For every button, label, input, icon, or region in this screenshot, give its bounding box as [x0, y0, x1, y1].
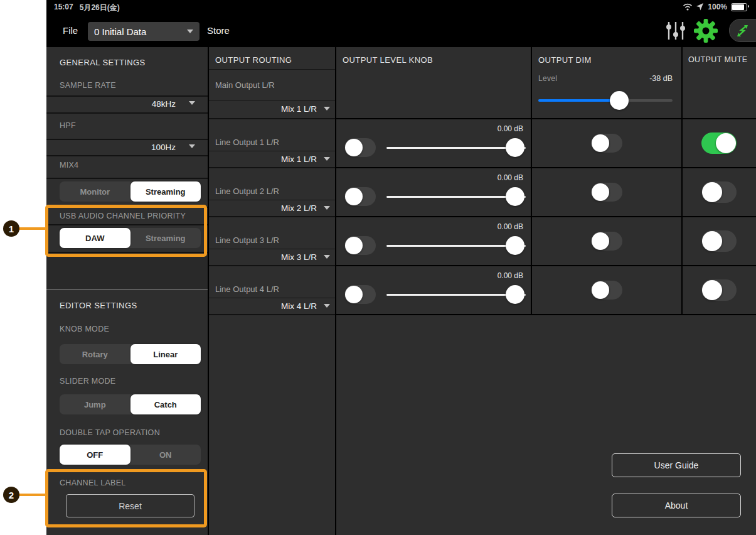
mute-toggle-4[interactable] [701, 279, 737, 301]
chevron-down-icon[interactable] [324, 206, 330, 210]
battery-percent: 100% [708, 3, 727, 11]
knob-mode-option-linear[interactable]: Linear [130, 344, 201, 364]
double-tap-option-on[interactable]: ON [130, 445, 201, 465]
route-dropdown-line2[interactable]: Mix 2 L/R [215, 203, 317, 213]
sample-rate-dropdown[interactable]: 48kHz [46, 99, 176, 109]
output-level-title: OUTPUT LEVEL KNOB [343, 55, 433, 65]
preset-dropdown[interactable]: 0 Initial Data [88, 22, 200, 41]
level-value-2: 0.00 dB [399, 173, 523, 182]
level-value-3: 0.00 dB [399, 222, 523, 231]
screenshot-root: 15:07 5月26日(金) 100% File 0 Initial Data … [0, 0, 756, 535]
slider-mode-option-jump[interactable]: Jump [60, 394, 130, 414]
annotation-line-1 [18, 227, 46, 230]
double-tap-option-off[interactable]: OFF [60, 445, 130, 465]
status-time: 15:07 [54, 3, 73, 13]
level-knob-toggle-1[interactable] [344, 138, 376, 157]
output-mute-title: OUTPUT MUTE [688, 55, 747, 64]
route-label-line2: Line Output 2 L/R [215, 186, 279, 196]
route-dropdown-line4[interactable]: Mix 4 L/R [215, 301, 317, 311]
wifi-icon [683, 3, 693, 11]
mute-toggle-3[interactable] [701, 230, 737, 252]
file-menu[interactable]: File [63, 14, 78, 47]
editor-settings-title: EDITOR SETTINGS [60, 301, 137, 310]
user-guide-button[interactable]: User Guide [612, 453, 741, 477]
level-slider-thumb-3[interactable] [506, 236, 524, 255]
level-knob-toggle-4[interactable] [344, 285, 376, 304]
connect-button[interactable] [729, 19, 756, 42]
mute-toggle-1[interactable] [701, 132, 737, 154]
annotation-box-usb-priority [45, 205, 207, 257]
route-label-line1: Line Output 1 L/R [215, 138, 279, 147]
chevron-down-icon[interactable] [189, 101, 195, 105]
route-dropdown-line1[interactable]: Mix 1 L/R [215, 154, 317, 164]
dim-level-slider-fill [538, 99, 619, 102]
general-settings-title: GENERAL SETTINGS [60, 58, 146, 67]
level-value-4: 0.00 dB [399, 271, 523, 280]
gear-icon[interactable] [694, 19, 718, 43]
status-bar: 15:07 5月26日(金) 100% [46, 0, 756, 14]
route-label-main: Main Output L/R [215, 80, 275, 90]
status-date: 5月26日(金) [80, 3, 120, 13]
mix4-label: MIX4 [60, 161, 78, 170]
toolbar: File 0 Initial Data Store [46, 14, 756, 47]
mute-toggle-2[interactable] [701, 181, 737, 203]
mix4-option-monitor[interactable]: Monitor [60, 181, 130, 202]
knob-mode-option-rotary[interactable]: Rotary [60, 344, 130, 364]
chevron-down-icon[interactable] [324, 107, 330, 111]
mix4-segmented: Monitor Streaming [60, 181, 201, 202]
store-button[interactable]: Store [207, 14, 230, 47]
dim-level-value: -38 dB [538, 74, 673, 83]
level-knob-toggle-2[interactable] [344, 187, 376, 206]
annotation-line-2 [18, 494, 46, 496]
level-slider-thumb-4[interactable] [506, 285, 524, 304]
dim-toggle-2[interactable] [591, 183, 622, 202]
knob-mode-segmented: Rotary Linear [60, 344, 201, 364]
slider-mode-segmented: Jump Catch [60, 394, 201, 414]
annotation-marker-1: 1 [3, 220, 19, 237]
annotation-marker-2: 2 [3, 487, 19, 503]
output-dim-title: OUTPUT DIM [538, 55, 592, 65]
chevron-down-icon [187, 30, 193, 33]
mix4-option-streaming[interactable]: Streaming [130, 181, 201, 202]
chevron-down-icon[interactable] [189, 144, 195, 148]
double-tap-label: DOUBLE TAP OPERATION [60, 428, 160, 437]
section-divider [46, 289, 208, 290]
slider-mode-label: SLIDER MODE [60, 377, 115, 386]
level-slider-thumb-1[interactable] [506, 138, 524, 157]
level-knob-toggle-3[interactable] [344, 236, 376, 255]
route-dropdown-line3[interactable]: Mix 3 L/R [215, 252, 317, 262]
output-routing-title: OUTPUT ROUTING [215, 55, 292, 65]
about-button[interactable]: About [612, 494, 741, 517]
double-tap-segmented: OFF ON [60, 445, 201, 465]
knob-mode-label: KNOB MODE [60, 325, 109, 333]
dim-toggle-3[interactable] [591, 232, 622, 251]
annotation-box-channel-label [45, 469, 207, 527]
preset-dropdown-value: 0 Initial Data [94, 26, 146, 37]
sample-rate-label: SAMPLE RATE [60, 81, 116, 90]
dim-toggle-4[interactable] [591, 281, 622, 300]
location-arrow-icon [696, 3, 704, 11]
chevron-down-icon[interactable] [324, 255, 330, 259]
sidebar-section-gap [46, 252, 208, 289]
chevron-down-icon[interactable] [324, 304, 330, 308]
battery-icon [731, 3, 747, 11]
dim-level-slider[interactable] [538, 99, 673, 102]
route-label-line4: Line Output 4 L/R [215, 284, 279, 294]
faders-icon[interactable] [665, 21, 686, 41]
level-slider-thumb-2[interactable] [506, 187, 524, 206]
chevron-down-icon[interactable] [324, 157, 330, 161]
signal-route-icon [736, 23, 750, 39]
slider-mode-option-catch[interactable]: Catch [130, 394, 201, 414]
level-value-1: 0.00 dB [399, 124, 523, 133]
dim-level-slider-thumb[interactable] [610, 91, 629, 110]
dim-toggle-1[interactable] [591, 134, 622, 153]
route-label-line3: Line Output 3 L/R [215, 235, 279, 245]
hpf-dropdown[interactable]: 100Hz [46, 143, 176, 152]
route-dropdown-main[interactable]: Mix 1 L/R [215, 104, 317, 114]
hpf-label: HPF [60, 121, 76, 130]
